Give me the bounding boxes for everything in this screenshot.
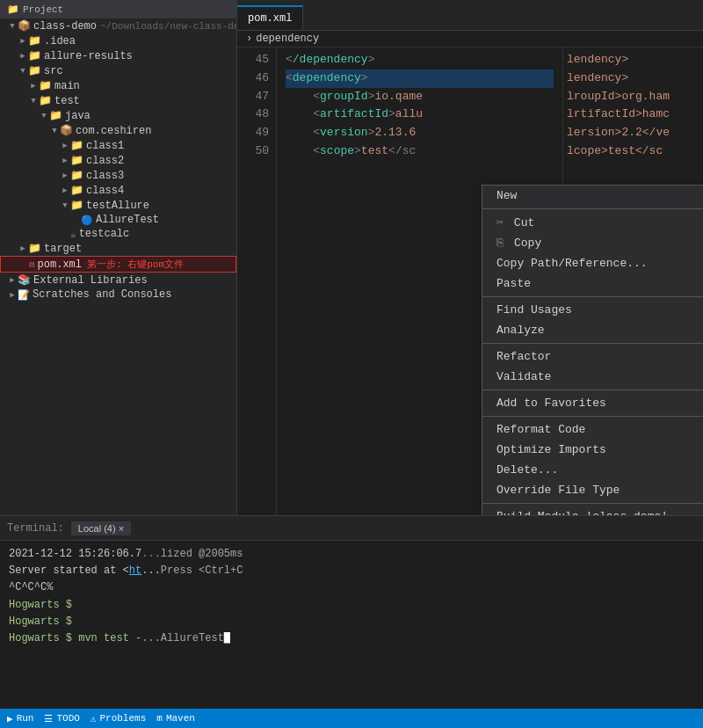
menu-item-validate[interactable]: Validate [482, 367, 703, 387]
expand-arrow: ▶ [18, 244, 28, 254]
terminal-tabs: Terminal: Local (4) × [0, 516, 703, 541]
extra-line-5: lersion>2.2</ve [567, 124, 699, 142]
expand-arrow: ▶ [60, 141, 70, 151]
status-item-run[interactable]: ▶ Run [7, 713, 33, 724]
no-arrow [70, 215, 81, 225]
sidebar-item-class1[interactable]: ▶ 📁 class1 [0, 138, 236, 153]
menu-item-reformat[interactable]: Reformat Code ⌥⌘L [482, 419, 703, 440]
expand-arrow: ▼ [18, 66, 28, 76]
menu-item-override-file-type[interactable]: Override File Type [482, 480, 703, 500]
code-line-48: <artifactId>allu [286, 106, 554, 124]
item-label: target [44, 243, 82, 255]
line-numbers: 45 46 47 48 49 50 [237, 47, 277, 515]
terminal-content: 2021-12-12 15:26:06.7...lized @2005ms Se… [0, 541, 703, 652]
editor-area: pom.xml › dependency 45 46 47 48 49 50 <… [237, 0, 703, 515]
run-icon: ▶ [7, 713, 13, 724]
status-item-maven[interactable]: m Maven [156, 713, 195, 724]
menu-item-build-module[interactable]: Build Module 'class-demo' [482, 506, 703, 515]
annotation-label: 第一步: 右键pom文件 [87, 258, 184, 271]
item-label: class-demo [33, 20, 97, 33]
menu-item-new[interactable]: New [482, 186, 703, 206]
sidebar-item-class3[interactable]: ▶ 📁 class3 [0, 168, 236, 183]
tab-pom-xml[interactable]: pom.xml [237, 5, 303, 30]
expand-arrow: ▼ [49, 126, 60, 136]
status-item-todo[interactable]: ☰ TODO [44, 713, 79, 724]
sidebar-item-allure-results[interactable]: ▶ 📁 allure-results [0, 48, 236, 63]
expand-arrow: ▶ [60, 171, 70, 181]
menu-divider [482, 208, 703, 209]
item-label: class3 [86, 170, 124, 182]
folder-icon: 📚 [18, 273, 31, 287]
expand-arrow: ▼ [7, 21, 18, 32]
sidebar-item-class4[interactable]: ▶ 📁 class4 [0, 183, 236, 198]
menu-item-refactor[interactable]: Refactor [482, 346, 703, 367]
menu-item-analyze[interactable]: Analyze [482, 320, 703, 340]
sidebar-item-class-demo[interactable]: ▼ 📦 class-demo ~/Downloads/new-class-dem… [0, 18, 236, 33]
item-label: Scratches and Consoles [33, 288, 171, 301]
item-label: .idea [44, 35, 76, 47]
code-line-49: <version>2.13.6 [286, 124, 554, 142]
folder-icon: 📁 [39, 79, 52, 92]
sidebar-item-target[interactable]: ▶ 📁 target [0, 241, 236, 256]
sidebar-item-test[interactable]: ▼ 📁 test [0, 93, 236, 108]
expand-arrow: ▶ [7, 275, 18, 286]
menu-divider-6 [482, 503, 703, 504]
sidebar: 📁 Project ▼ 📦 class-demo ~/Downloads/new… [0, 0, 237, 515]
expand-arrow: ▼ [28, 96, 39, 106]
sidebar-title: 📁 Project [0, 0, 236, 18]
folder-icon: 📁 [70, 184, 83, 197]
item-label: src [44, 65, 63, 77]
scratches-icon: 📝 [18, 289, 30, 301]
sidebar-item-testcalc[interactable]: ☕ testcalc [0, 227, 236, 241]
sidebar-item-testallure[interactable]: ▼ 📁 testAllure [0, 198, 236, 213]
copy-icon: ⎘ [496, 237, 504, 250]
sidebar-item-external-libraries[interactable]: ▶ 📚 External Libraries [0, 273, 236, 288]
folder-icon: 📁 [28, 64, 41, 77]
code-line-47: <groupId>io.qame [286, 88, 554, 106]
item-label: AllureTest [96, 214, 159, 226]
item-label: class4 [86, 185, 124, 197]
terminal-tab-btn[interactable]: Local (4) × [71, 521, 131, 535]
menu-item-delete[interactable]: Delete... ⌫ [482, 460, 703, 480]
sidebar-item-idea[interactable]: ▶ 📁 .idea [0, 33, 236, 48]
folder-icon: 📁 [70, 139, 83, 152]
item-label: java [65, 110, 91, 122]
project-icon: 📁 [7, 4, 19, 15]
expand-arrow: ▶ [7, 289, 18, 300]
code-line-50: <scope>test</sc [286, 142, 554, 161]
menu-item-paste[interactable]: Paste ⌘V [482, 273, 703, 294]
item-label: class2 [86, 155, 124, 167]
status-bar: ▶ Run ☰ TODO ⚠ Problems m Maven [0, 709, 703, 728]
menu-divider-3 [482, 343, 703, 344]
xml-icon: m [29, 259, 35, 270]
menu-item-copy[interactable]: ⎘Copy ⌘C [482, 233, 703, 253]
item-label: External Libraries [33, 274, 148, 287]
folder-icon: 📁 [70, 199, 83, 212]
terminal-label: Terminal: [7, 522, 64, 535]
sidebar-item-main[interactable]: ▶ 📁 main [0, 78, 236, 93]
menu-item-cut[interactable]: ✂Cut ⌘X [482, 212, 703, 233]
folder-icon: 📁 [39, 94, 52, 107]
sidebar-item-class2[interactable]: ▶ 📁 class2 [0, 153, 236, 168]
allure-icon: 🔵 [81, 215, 93, 226]
todo-icon: ☰ [44, 713, 53, 724]
maven-icon: m [156, 713, 163, 724]
menu-item-add-favorites[interactable]: Add to Favorites [482, 393, 703, 413]
terminal-line-6: Hogwarts $ mvn test -...AllureTest█ [9, 630, 694, 647]
item-label: main [54, 80, 80, 92]
folder-icon: 📁 [70, 154, 83, 167]
sidebar-item-scratches[interactable]: ▶ 📝 Scratches and Consoles [0, 288, 236, 302]
folder-green-icon: 📁 [49, 109, 62, 122]
ide-container: 📁 Project ▼ 📦 class-demo ~/Downloads/new… [0, 0, 703, 728]
menu-item-optimize-imports[interactable]: Optimize Imports ^⌥O [482, 440, 703, 460]
menu-item-find-usages[interactable]: Find Usages ⌥F7 [482, 300, 703, 320]
sidebar-item-pom-xml[interactable]: m pom.xml 第一步: 右键pom文件 [0, 256, 236, 273]
folder-icon: 📁 [70, 169, 83, 182]
item-label: allure-results [44, 50, 133, 62]
menu-item-copy-path[interactable]: Copy Path/Reference... [482, 253, 703, 273]
sidebar-item-java[interactable]: ▼ 📁 java [0, 108, 236, 123]
sidebar-item-alluretest[interactable]: 🔵 AllureTest [0, 213, 236, 227]
status-item-problems[interactable]: ⚠ Problems [91, 713, 146, 724]
sidebar-item-src[interactable]: ▼ 📁 src [0, 63, 236, 78]
sidebar-item-com-ceshiren[interactable]: ▼ 📦 com.ceshiren [0, 123, 236, 138]
